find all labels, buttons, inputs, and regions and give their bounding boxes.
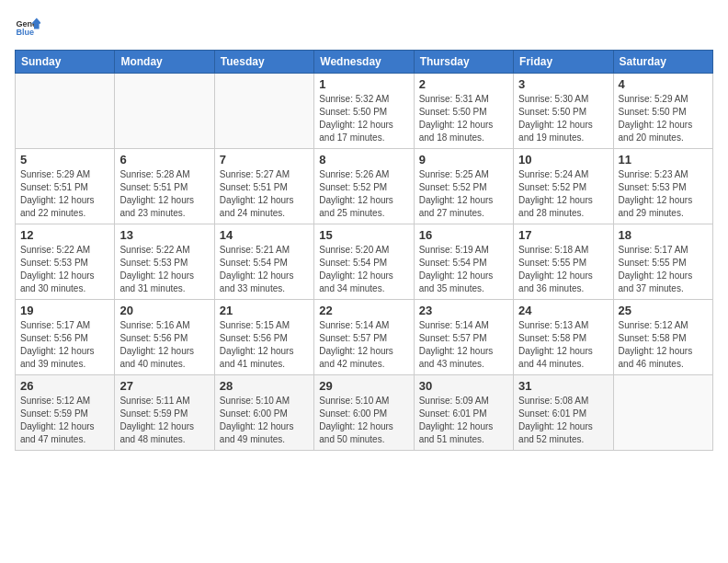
calendar-cell <box>214 74 313 149</box>
day-number: 24 <box>518 304 608 317</box>
day-number: 12 <box>20 228 109 242</box>
day-info: Sunrise: 5:24 AMSunset: 5:52 PMDaylight:… <box>518 168 608 220</box>
day-number: 16 <box>419 228 508 242</box>
day-info: Sunrise: 5:27 AMSunset: 5:51 PMDaylight:… <box>220 168 309 220</box>
weekday-header-wednesday: Wednesday <box>314 51 414 74</box>
calendar-week-row: 12Sunrise: 5:22 AMSunset: 5:53 PMDayligh… <box>16 224 713 300</box>
calendar-cell: 29Sunrise: 5:10 AMSunset: 6:00 PMDayligh… <box>314 375 414 451</box>
day-number: 19 <box>20 304 109 317</box>
day-number: 28 <box>220 379 309 393</box>
day-number: 15 <box>319 228 408 242</box>
day-info: Sunrise: 5:22 AMSunset: 5:53 PMDaylight:… <box>20 244 109 295</box>
day-number: 29 <box>319 379 408 393</box>
calendar-week-row: 26Sunrise: 5:12 AMSunset: 5:59 PMDayligh… <box>16 375 713 451</box>
day-number: 4 <box>619 77 708 91</box>
day-info: Sunrise: 5:13 AMSunset: 5:58 PMDaylight:… <box>518 319 608 371</box>
calendar-cell: 15Sunrise: 5:20 AMSunset: 5:54 PMDayligh… <box>314 224 414 300</box>
day-number: 5 <box>20 153 109 167</box>
day-number: 22 <box>319 304 408 317</box>
calendar-cell: 18Sunrise: 5:17 AMSunset: 5:55 PMDayligh… <box>613 224 712 300</box>
calendar-cell: 30Sunrise: 5:09 AMSunset: 6:01 PMDayligh… <box>414 375 513 451</box>
calendar-cell: 9Sunrise: 5:25 AMSunset: 5:52 PMDaylight… <box>414 149 513 224</box>
day-number: 8 <box>319 153 408 167</box>
calendar-cell: 27Sunrise: 5:11 AMSunset: 5:59 PMDayligh… <box>115 375 214 451</box>
day-number: 25 <box>619 304 708 317</box>
day-info: Sunrise: 5:25 AMSunset: 5:52 PMDaylight:… <box>419 168 508 220</box>
calendar-cell: 31Sunrise: 5:08 AMSunset: 6:01 PMDayligh… <box>514 375 613 451</box>
day-number: 13 <box>119 228 209 242</box>
day-info: Sunrise: 5:16 AMSunset: 5:56 PMDaylight:… <box>119 319 209 371</box>
day-number: 31 <box>518 379 608 393</box>
day-info: Sunrise: 5:10 AMSunset: 6:00 PMDaylight:… <box>220 395 309 446</box>
day-info: Sunrise: 5:31 AMSunset: 5:50 PMDaylight:… <box>419 93 508 144</box>
day-info: Sunrise: 5:32 AMSunset: 5:50 PMDaylight:… <box>319 93 408 144</box>
calendar-cell: 13Sunrise: 5:22 AMSunset: 5:53 PMDayligh… <box>115 224 214 300</box>
day-info: Sunrise: 5:28 AMSunset: 5:51 PMDaylight:… <box>119 168 209 220</box>
weekday-header-monday: Monday <box>115 51 214 74</box>
day-info: Sunrise: 5:17 AMSunset: 5:55 PMDaylight:… <box>619 244 708 295</box>
calendar-cell: 16Sunrise: 5:19 AMSunset: 5:54 PMDayligh… <box>414 224 513 300</box>
day-info: Sunrise: 5:17 AMSunset: 5:56 PMDaylight:… <box>20 319 109 371</box>
day-number: 2 <box>419 77 508 91</box>
day-number: 6 <box>119 153 209 167</box>
day-info: Sunrise: 5:14 AMSunset: 5:57 PMDaylight:… <box>419 319 508 371</box>
logo-icon: General Blue <box>15 15 40 40</box>
day-info: Sunrise: 5:12 AMSunset: 5:59 PMDaylight:… <box>20 395 109 446</box>
day-info: Sunrise: 5:14 AMSunset: 5:57 PMDaylight:… <box>319 319 408 371</box>
day-number: 27 <box>119 379 209 393</box>
day-info: Sunrise: 5:19 AMSunset: 5:54 PMDaylight:… <box>419 244 508 295</box>
calendar-week-row: 1Sunrise: 5:32 AMSunset: 5:50 PMDaylight… <box>16 74 713 149</box>
weekday-header-tuesday: Tuesday <box>214 51 313 74</box>
calendar-cell: 17Sunrise: 5:18 AMSunset: 5:55 PMDayligh… <box>514 224 613 300</box>
day-number: 26 <box>20 379 109 393</box>
day-info: Sunrise: 5:23 AMSunset: 5:53 PMDaylight:… <box>619 168 708 220</box>
calendar-cell: 25Sunrise: 5:12 AMSunset: 5:58 PMDayligh… <box>613 300 712 375</box>
day-info: Sunrise: 5:21 AMSunset: 5:54 PMDaylight:… <box>220 244 309 295</box>
calendar-cell <box>16 74 115 149</box>
page-header: General Blue <box>15 15 713 40</box>
calendar-cell: 8Sunrise: 5:26 AMSunset: 5:52 PMDaylight… <box>314 149 414 224</box>
calendar-cell: 10Sunrise: 5:24 AMSunset: 5:52 PMDayligh… <box>514 149 613 224</box>
calendar-cell <box>115 74 214 149</box>
calendar-cell: 28Sunrise: 5:10 AMSunset: 6:00 PMDayligh… <box>214 375 313 451</box>
day-number: 7 <box>220 153 309 167</box>
day-number: 18 <box>619 228 708 242</box>
calendar-cell <box>613 375 712 451</box>
day-info: Sunrise: 5:15 AMSunset: 5:56 PMDaylight:… <box>220 319 309 371</box>
weekday-header-sunday: Sunday <box>16 51 115 74</box>
calendar-cell: 20Sunrise: 5:16 AMSunset: 5:56 PMDayligh… <box>115 300 214 375</box>
day-info: Sunrise: 5:11 AMSunset: 5:59 PMDaylight:… <box>119 395 209 446</box>
day-number: 23 <box>419 304 508 317</box>
calendar-week-row: 5Sunrise: 5:29 AMSunset: 5:51 PMDaylight… <box>16 149 713 224</box>
calendar-cell: 22Sunrise: 5:14 AMSunset: 5:57 PMDayligh… <box>314 300 414 375</box>
logo: General Blue <box>15 15 40 40</box>
day-number: 9 <box>419 153 508 167</box>
day-number: 21 <box>220 304 309 317</box>
day-info: Sunrise: 5:18 AMSunset: 5:55 PMDaylight:… <box>518 244 608 295</box>
calendar-cell: 3Sunrise: 5:30 AMSunset: 5:50 PMDaylight… <box>514 74 613 149</box>
calendar-header-row: SundayMondayTuesdayWednesdayThursdayFrid… <box>16 51 713 74</box>
day-number: 14 <box>220 228 309 242</box>
day-number: 11 <box>619 153 708 167</box>
calendar-body: 1Sunrise: 5:32 AMSunset: 5:50 PMDaylight… <box>16 74 713 451</box>
calendar-table: SundayMondayTuesdayWednesdayThursdayFrid… <box>15 50 713 451</box>
svg-text:Blue: Blue <box>16 28 34 37</box>
calendar-cell: 21Sunrise: 5:15 AMSunset: 5:56 PMDayligh… <box>214 300 313 375</box>
day-info: Sunrise: 5:12 AMSunset: 5:58 PMDaylight:… <box>619 319 708 371</box>
calendar-cell: 23Sunrise: 5:14 AMSunset: 5:57 PMDayligh… <box>414 300 513 375</box>
calendar-cell: 4Sunrise: 5:29 AMSunset: 5:50 PMDaylight… <box>613 74 712 149</box>
day-info: Sunrise: 5:22 AMSunset: 5:53 PMDaylight:… <box>119 244 209 295</box>
day-info: Sunrise: 5:10 AMSunset: 6:00 PMDaylight:… <box>319 395 408 446</box>
calendar-cell: 2Sunrise: 5:31 AMSunset: 5:50 PMDaylight… <box>414 74 513 149</box>
day-number: 3 <box>518 77 608 91</box>
calendar-cell: 7Sunrise: 5:27 AMSunset: 5:51 PMDaylight… <box>214 149 313 224</box>
day-info: Sunrise: 5:29 AMSunset: 5:50 PMDaylight:… <box>619 93 708 144</box>
calendar-cell: 5Sunrise: 5:29 AMSunset: 5:51 PMDaylight… <box>16 149 115 224</box>
calendar-cell: 14Sunrise: 5:21 AMSunset: 5:54 PMDayligh… <box>214 224 313 300</box>
day-info: Sunrise: 5:20 AMSunset: 5:54 PMDaylight:… <box>319 244 408 295</box>
weekday-header-thursday: Thursday <box>414 51 513 74</box>
calendar-cell: 26Sunrise: 5:12 AMSunset: 5:59 PMDayligh… <box>16 375 115 451</box>
day-number: 20 <box>119 304 209 317</box>
weekday-header-friday: Friday <box>514 51 613 74</box>
calendar-cell: 12Sunrise: 5:22 AMSunset: 5:53 PMDayligh… <box>16 224 115 300</box>
